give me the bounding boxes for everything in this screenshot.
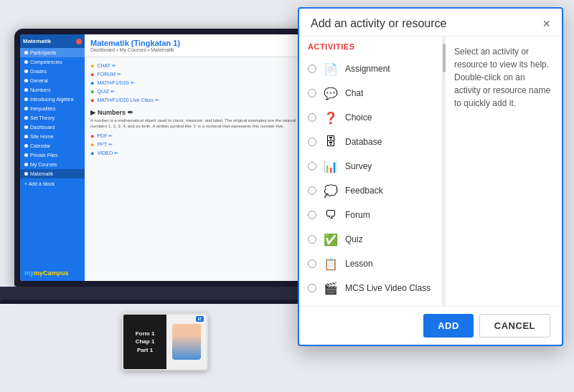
- activity-radio[interactable]: [308, 235, 316, 244]
- activity-row[interactable]: 💭 Feedback: [299, 178, 442, 203]
- activity-row[interactable]: ❓ Choice: [299, 105, 442, 130]
- activity-icon: 🎬: [322, 279, 339, 297]
- activity-icon: 📄: [322, 60, 339, 77]
- activity-row[interactable]: 🗄 Database: [299, 130, 442, 154]
- scroll-thumb: [443, 44, 446, 72]
- activity-row[interactable]: 📊 Survey: [299, 154, 442, 178]
- help-panel: Select an activity or resource to view i…: [446, 37, 562, 306]
- activity-name: Assignment: [345, 64, 390, 74]
- modal-close-button[interactable]: ×: [542, 17, 550, 30]
- activity-radio[interactable]: [308, 138, 316, 146]
- modal-overlay: Add an activity or resource × ACTIVITIES…: [0, 0, 574, 392]
- cancel-button[interactable]: CANCEL: [479, 314, 550, 338]
- modal-body: ACTIVITIES 📄 Assignment 💬 Chat ❓ Choice …: [299, 37, 562, 306]
- add-button[interactable]: ADD: [423, 314, 474, 338]
- activity-icon: 🗨: [322, 206, 339, 224]
- scroll-indicator[interactable]: [443, 37, 446, 306]
- activity-icon: 📊: [322, 158, 339, 175]
- activity-icon: 📋: [322, 255, 339, 272]
- activity-row[interactable]: 📋 Lesson: [299, 252, 442, 276]
- activity-radio[interactable]: [308, 113, 316, 122]
- add-activity-modal: Add an activity or resource × ACTIVITIES…: [298, 7, 563, 346]
- activities-heading: ACTIVITIES: [299, 42, 442, 57]
- activity-radio[interactable]: [308, 211, 316, 219]
- activity-icon: ✅: [322, 231, 339, 248]
- activity-name: Survey: [345, 161, 372, 171]
- activity-name: Lesson: [345, 259, 373, 269]
- activity-name: Feedback: [345, 186, 383, 196]
- activity-row[interactable]: 🗨 Forum: [299, 203, 442, 227]
- activity-name: Choice: [345, 113, 372, 123]
- activity-radio[interactable]: [308, 186, 316, 195]
- activity-radio[interactable]: [308, 64, 316, 73]
- activity-row[interactable]: 💬 Chat: [299, 81, 442, 105]
- activities-list: 📄 Assignment 💬 Chat ❓ Choice 🗄 Database …: [299, 57, 442, 300]
- modal-title: Add an activity or resource: [311, 17, 446, 30]
- modal-footer: ADD CANCEL: [299, 306, 562, 345]
- modal-header: Add an activity or resource ×: [299, 9, 562, 37]
- activity-row[interactable]: 🎬 MCS Live Video Class: [299, 276, 442, 300]
- activity-name: Quiz: [345, 234, 363, 244]
- activities-panel: ACTIVITIES 📄 Assignment 💬 Chat ❓ Choice …: [299, 37, 443, 306]
- activity-icon: 💭: [322, 182, 339, 199]
- activity-icon: 💬: [322, 85, 339, 102]
- activity-row[interactable]: 📄 Assignment: [299, 57, 442, 81]
- activity-name: Forum: [345, 210, 370, 220]
- activity-radio[interactable]: [308, 89, 316, 97]
- activity-name: Chat: [345, 88, 363, 98]
- activity-radio[interactable]: [308, 162, 316, 171]
- activity-icon: ❓: [322, 109, 339, 126]
- activity-radio[interactable]: [308, 259, 316, 268]
- activity-row[interactable]: ✅ Quiz: [299, 227, 442, 252]
- activity-name: MCS Live Video Class: [345, 283, 430, 293]
- activity-radio[interactable]: [308, 284, 316, 292]
- help-text: Select an activity or resource to view i…: [454, 45, 553, 110]
- activity-name: Database: [345, 137, 382, 147]
- activity-icon: 🗄: [322, 133, 339, 150]
